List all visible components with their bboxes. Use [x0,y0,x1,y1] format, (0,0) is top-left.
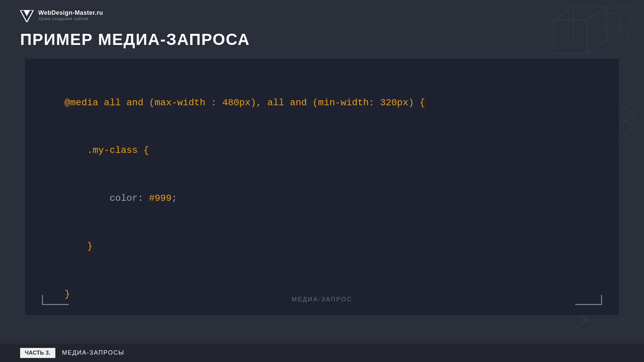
site-name: WebDesign-Master.ru [38,9,103,16]
code-line-2: .my-class { [42,127,602,175]
site-subtitle: Уроки создания сайтов [38,16,103,21]
part-badge: ЧАСТЬ 3. [20,348,55,358]
code-line-3: color: #999; [42,175,602,223]
svg-rect-8 [604,13,621,30]
code-line-4-text: } [64,241,93,251]
code-block: @media all and (max-width : 480px), all … [25,59,619,315]
corner-bottom-right [575,295,602,305]
header: WebDesign-Master.ru Уроки создания сайто… [20,9,103,22]
svg-marker-10 [604,7,631,13]
svg-marker-11 [607,23,627,47]
page-title: ПРИМЕР МЕДИА-ЗАПРОСА [20,30,250,49]
svg-marker-1 [23,10,30,16]
logo-icon [20,10,34,22]
geo-decoration-mid-right [617,101,637,142]
code-line-1: @media all and (max-width : 480px), all … [42,79,602,127]
code-line-2-text: .my-class { [64,145,149,156]
code-line-5: } [42,270,602,318]
svg-rect-2 [553,20,587,54]
svg-marker-4 [553,7,607,20]
code-label: МЕДИА-ЗАПРОС [292,296,352,303]
corner-bottom-left [42,295,69,305]
part-label: МЕДИА-ЗАПРОСЫ [62,349,124,356]
bottom-bar: ЧАСТЬ 3. МЕДИА-ЗАПРОСЫ [0,344,644,362]
header-text: WebDesign-Master.ru Уроки создания сайто… [38,9,103,21]
code-line-1-text: @media all and (max-width : 480px), all … [64,98,425,108]
code-line-4: } [42,222,602,270]
svg-line-5 [553,7,574,20]
